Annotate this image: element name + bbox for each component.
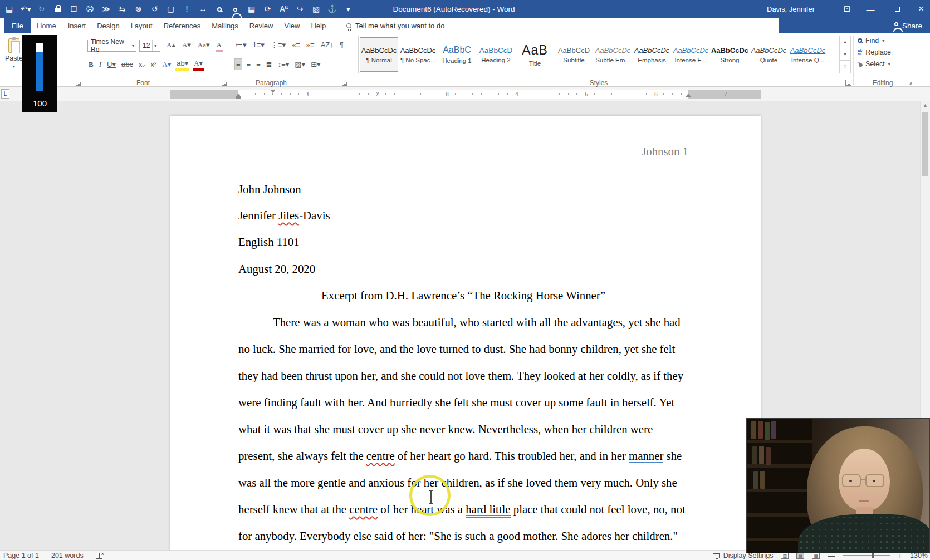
translate-icon[interactable]: ⇆ <box>118 5 127 13</box>
subscript-button[interactable]: x₂ <box>138 59 146 70</box>
search-icon[interactable] <box>214 5 224 13</box>
ribbon-display-options-button[interactable]: ⊡ <box>839 0 855 18</box>
change-case-icon[interactable]: Aa▾ <box>197 40 211 52</box>
font-size-select[interactable]: 12 ▾ <box>139 40 160 52</box>
anchor-icon[interactable]: ⚓ <box>327 5 337 13</box>
style-heading-2[interactable]: AaBbCcDHeading 2 <box>477 37 515 72</box>
new-note-icon[interactable]: ▢ <box>166 5 175 13</box>
collapse-ribbon-icon[interactable]: ∧ <box>909 80 913 86</box>
scroll-up-icon[interactable]: ▲ <box>921 102 930 108</box>
sync-icon[interactable]: ⟳ <box>263 5 272 13</box>
align-right-button[interactable]: ≡ <box>255 59 262 70</box>
strikethrough-button[interactable]: abc <box>120 59 134 70</box>
forward-icon[interactable]: ≫ <box>101 5 111 13</box>
line-spacing-button[interactable]: ↕≡▾ <box>277 59 291 70</box>
tab-insert[interactable]: Insert <box>62 18 92 33</box>
tab-stop-selector[interactable]: L <box>1 89 9 99</box>
redo-typing-icon[interactable]: ↪ <box>295 5 305 13</box>
word-count[interactable]: 201 words <box>51 552 84 559</box>
bold-button[interactable]: B <box>87 59 95 70</box>
exclamation-icon[interactable]: ! <box>182 5 192 13</box>
horizontal-ruler[interactable]: 1234567 <box>170 90 761 99</box>
save-icon[interactable]: ▤ <box>4 5 14 13</box>
undo-typing-icon[interactable]: ↺ <box>150 5 159 13</box>
clear-formatting-icon[interactable]: A <box>216 40 223 52</box>
text-effects-button[interactable]: A▾ <box>161 59 172 70</box>
font-name-select[interactable]: Times New Ro ▾ <box>87 40 136 52</box>
first-line-indent-marker[interactable] <box>270 90 276 93</box>
restore-button[interactable] <box>888 0 907 18</box>
redo-icon[interactable]: ↻ <box>37 5 46 13</box>
decrease-indent-button[interactable]: «≡ <box>291 40 301 50</box>
shrink-font-icon[interactable]: A▾ <box>181 40 192 52</box>
zoom-slider[interactable] <box>843 555 890 556</box>
style-subtle-em[interactable]: AaBbCcDcSubtle Em... <box>594 37 632 72</box>
scrollbar-thumb[interactable] <box>922 112 928 176</box>
find-button[interactable]: Find ▾ <box>858 37 891 45</box>
share-button[interactable]: Share <box>894 18 922 33</box>
multilevel-list-button[interactable]: ⋮≡▾ <box>270 40 287 50</box>
font-dialog-launcher[interactable] <box>222 80 227 86</box>
style-emphasis[interactable]: AaBbCcDcEmphasis <box>633 37 671 72</box>
zoom-slider-handle[interactable] <box>872 553 874 558</box>
styles-more-icon[interactable]: ⍗ <box>839 61 851 73</box>
increase-indent-button[interactable]: »≡ <box>305 40 316 50</box>
select-button[interactable]: Select ▾ <box>858 60 891 68</box>
align-left-button[interactable]: ≡ <box>234 58 242 70</box>
style-no-spac[interactable]: AaBbCcDc¶ No Spac... <box>399 37 437 72</box>
style-heading-1[interactable]: AaBbCHeading 1 <box>438 37 476 72</box>
replace-button[interactable]: abac Replace <box>858 48 891 56</box>
align-center-button[interactable]: ≡ <box>246 59 252 70</box>
cancel-icon[interactable]: ⊗ <box>134 5 143 13</box>
tab-review[interactable]: Review <box>244 18 279 33</box>
close-button[interactable]: × <box>912 0 930 18</box>
styles-scroll-down-icon[interactable]: ▼ <box>839 48 851 61</box>
change-case-qat-icon[interactable]: Aª <box>279 5 288 13</box>
styles-scroll-up-icon[interactable]: ▲ <box>839 36 851 48</box>
selection-icon[interactable]: ▧ <box>311 5 321 13</box>
page-indicator[interactable]: Page 1 of 1 <box>3 552 39 559</box>
left-indent-marker[interactable] <box>236 97 241 99</box>
qat-more-icon[interactable]: ▾ <box>344 5 353 13</box>
tab-references[interactable]: References <box>158 18 206 33</box>
italic-button[interactable]: I <box>98 59 102 70</box>
style-subtitle[interactable]: AaBbCcDSubtitle <box>555 37 593 72</box>
style-intense-q[interactable]: AaBbCcDcIntense Q... <box>789 37 827 72</box>
sort-button[interactable]: AZ↓ <box>320 40 335 50</box>
font-color-button[interactable]: A▾ <box>193 58 204 71</box>
signed-in-user[interactable]: Davis, Jennifer <box>767 0 815 18</box>
bullets-button[interactable]: ≔▾ <box>234 40 248 50</box>
minimize-button[interactable]: — <box>861 0 880 18</box>
show-marks-button[interactable]: ¶ <box>339 40 345 50</box>
tab-file[interactable]: File <box>4 18 31 33</box>
tell-me-box[interactable]: Tell me what you want to do <box>346 18 444 33</box>
style-title[interactable]: AaBTitle <box>516 37 554 72</box>
table-grid-icon[interactable]: ▦ <box>247 5 256 13</box>
paste-button[interactable]: Paste ▾ <box>3 37 25 80</box>
style-intense-e[interactable]: AaBbCcDcIntense E... <box>672 37 710 72</box>
numbering-button[interactable]: 1≡▾ <box>252 40 266 50</box>
superscript-button[interactable]: x² <box>149 59 158 70</box>
style-normal[interactable]: AaBbCcDc¶ Normal <box>360 37 398 72</box>
tab-help[interactable]: Help <box>305 18 331 33</box>
char-spacing-icon[interactable]: ↔ <box>198 5 208 13</box>
person-icon[interactable] <box>231 5 240 13</box>
clipboard-dialog-launcher[interactable] <box>76 80 81 86</box>
styles-dialog-launcher[interactable] <box>845 80 851 86</box>
proofing-errors-icon[interactable] <box>96 553 102 559</box>
shading-button[interactable]: ▨▾ <box>293 59 306 70</box>
justify-button[interactable]: ≣ <box>265 59 273 70</box>
tab-layout[interactable]: Layout <box>125 18 158 33</box>
borders-button[interactable]: ⊞▾ <box>310 59 321 70</box>
emoji-icon[interactable]: ☹ <box>85 5 95 13</box>
tab-design[interactable]: Design <box>91 18 125 33</box>
tab-home[interactable]: Home <box>31 18 62 33</box>
checkbox-icon[interactable]: ☐ <box>69 5 79 13</box>
right-indent-marker[interactable] <box>686 94 691 97</box>
highlight-button[interactable]: ab▾ <box>175 58 189 71</box>
lock-icon[interactable] <box>53 5 62 13</box>
tab-mailings[interactable]: Mailings <box>206 18 244 33</box>
paragraph-dialog-launcher[interactable] <box>342 80 347 86</box>
style-strong[interactable]: AaBbCcDcStrong <box>711 37 749 72</box>
grow-font-icon[interactable]: A▴ <box>165 40 177 52</box>
